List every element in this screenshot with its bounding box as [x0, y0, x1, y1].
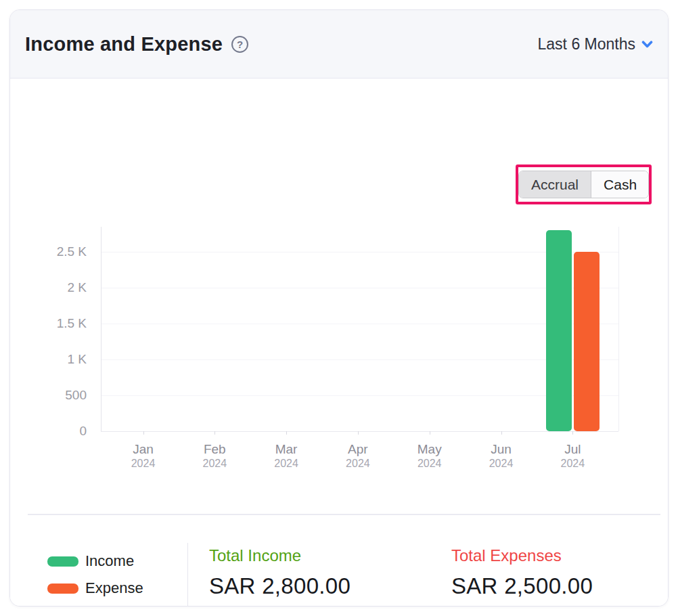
gridline: [101, 252, 618, 252]
bar-chart: 05001 K1.5 K2 K2.5 KJan2024Feb2024Mar202…: [10, 79, 669, 512]
help-icon[interactable]: ?: [231, 36, 248, 53]
chevron-down-icon: [641, 40, 653, 49]
x-axis-tick: [501, 431, 502, 435]
gridline: [101, 431, 618, 432]
expense-swatch: [47, 584, 78, 594]
gridline: [101, 359, 618, 360]
x-axis-label: May2024: [392, 441, 467, 470]
expense-bar[interactable]: [574, 252, 600, 431]
x-axis-label: Jul2024: [535, 441, 610, 470]
total-expenses-value: SAR 2,500.00: [451, 573, 593, 599]
income-swatch: [47, 556, 78, 567]
total-income-block: Total Income SAR 2,800.00: [209, 546, 351, 599]
legend-label-expense: Expense: [85, 579, 143, 597]
gridline: [101, 395, 618, 396]
date-range-value: Last 6 Months: [538, 35, 635, 53]
income-expense-widget: Income and Expense ? Last 6 Months Accru…: [9, 9, 669, 607]
total-income-value: SAR 2,800.00: [209, 573, 351, 599]
chart-legend: Income Expense: [47, 552, 143, 607]
total-expenses-label: Total Expenses: [451, 546, 593, 565]
x-axis-tick: [430, 431, 430, 435]
widget-body: Accrual Cash 05001 K1.5 K2 K2.5 KJan2024…: [10, 79, 668, 607]
y-axis-tick-label: 2.5 K: [32, 244, 87, 259]
x-axis-label: Jan2024: [106, 441, 181, 470]
total-expenses-block: Total Expenses SAR 2,500.00: [451, 546, 593, 599]
y-axis-tick-label: 500: [32, 388, 87, 403]
y-axis-tick-label: 2 K: [32, 280, 87, 295]
y-axis-tick-label: 1.5 K: [32, 316, 87, 331]
gridline: [101, 324, 618, 324]
x-axis-tick: [572, 431, 573, 435]
gridline: [101, 288, 618, 288]
x-axis-label: Jun2024: [464, 441, 539, 470]
x-axis-label: Feb2024: [177, 441, 252, 470]
legend-label-income: Income: [85, 552, 134, 570]
x-axis-tick: [214, 431, 215, 435]
legend-totals-divider: [187, 543, 188, 607]
plot-right-border: [618, 227, 619, 431]
section-divider: [28, 514, 660, 515]
x-axis-label: Apr2024: [321, 441, 395, 470]
x-axis-tick: [143, 431, 144, 435]
legend-item-income: Income: [47, 552, 143, 570]
legend-item-expense: Expense: [47, 579, 143, 597]
y-axis-tick-label: 1 K: [32, 352, 87, 367]
x-axis-tick: [286, 431, 287, 435]
total-income-label: Total Income: [209, 546, 351, 565]
y-axis-line: [101, 227, 101, 431]
page-title: Income and Expense: [25, 33, 223, 56]
widget-header: Income and Expense ? Last 6 Months: [10, 10, 668, 79]
x-axis-label: Mar2024: [249, 441, 323, 470]
x-axis-tick: [358, 431, 359, 435]
date-range-dropdown[interactable]: Last 6 Months: [538, 35, 653, 53]
y-axis-tick-label: 0: [32, 424, 87, 439]
income-bar[interactable]: [546, 230, 572, 431]
